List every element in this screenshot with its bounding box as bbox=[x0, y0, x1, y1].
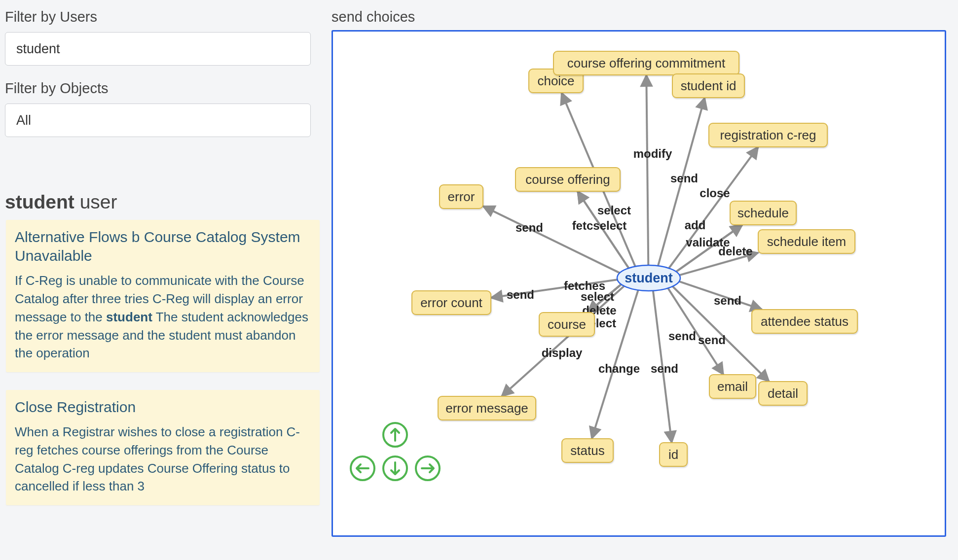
graph-edge-label: select bbox=[581, 290, 614, 303]
graph-edge-label: send bbox=[714, 294, 741, 307]
filter-objects-value: All bbox=[16, 113, 31, 128]
graph-edge-label: send bbox=[516, 221, 543, 234]
filter-users-select[interactable]: student bbox=[5, 32, 311, 66]
graph-node-label: error message bbox=[445, 401, 528, 416]
graph-center-label: student bbox=[625, 271, 673, 285]
graph-node-label: course offering bbox=[525, 172, 610, 187]
graph-title: send choices bbox=[332, 9, 954, 25]
graph-edge-label: send bbox=[651, 362, 678, 375]
graph-svg[interactable]: sendmodifysendcloseselectfetcselectsenda… bbox=[333, 32, 945, 535]
filter-objects-label: Filter by Objects bbox=[5, 80, 321, 97]
card-title: Alternative Flows b Course Catalog Syste… bbox=[15, 228, 311, 266]
graph-edge-label: delete bbox=[718, 245, 752, 258]
graph-node-label: schedule item bbox=[767, 234, 846, 249]
graph-node-label: status bbox=[570, 443, 604, 458]
filter-users-label: Filter by Users bbox=[5, 9, 321, 25]
use-case-card[interactable]: Close RegistrationWhen a Registrar wishe… bbox=[6, 390, 320, 505]
filter-users-value: student bbox=[16, 41, 60, 57]
graph-edge-label: send bbox=[668, 329, 696, 343]
graph-node-label: email bbox=[717, 379, 748, 394]
sidebar: Filter by Users student Filter by Object… bbox=[0, 0, 326, 560]
entity-name: student bbox=[5, 191, 74, 212]
graph-edge-label: close bbox=[700, 186, 730, 200]
graph-node-label: id bbox=[668, 447, 678, 462]
card-body: If C-Reg is unable to communicate with t… bbox=[15, 272, 311, 363]
graph-node-label: attendee status bbox=[761, 314, 848, 329]
graph-node-label: course offering commitment bbox=[567, 56, 726, 70]
graph-edge-label: send bbox=[507, 288, 534, 301]
graph-node-label: course bbox=[548, 317, 586, 332]
graph-node-label: registration c-reg bbox=[720, 128, 816, 142]
card-title: Close Registration bbox=[15, 398, 311, 417]
graph-edge-label: modify bbox=[633, 147, 672, 160]
graph-edge[interactable] bbox=[646, 75, 648, 265]
graph-edge-label: send bbox=[698, 333, 726, 347]
graph-node-label: schedule bbox=[737, 206, 789, 220]
graph-edge-label: add bbox=[685, 218, 706, 232]
use-case-card[interactable]: Alternative Flows b Course Catalog Syste… bbox=[6, 220, 320, 372]
nav-left-button[interactable] bbox=[351, 456, 374, 480]
main: send choices sendmodifysendcloseselectfe… bbox=[326, 0, 958, 560]
graph-node-label: student id bbox=[681, 78, 737, 93]
entity-suffix: user bbox=[80, 191, 117, 212]
graph-node-label: detail bbox=[768, 386, 798, 401]
graph-edge-label: fetcselect bbox=[572, 219, 627, 232]
graph-edge-label: send bbox=[670, 172, 698, 185]
nav-down-button[interactable] bbox=[383, 456, 407, 480]
graph-frame[interactable]: sendmodifysendcloseselectfetcselectsenda… bbox=[332, 30, 946, 537]
card-body: When a Registrar wishes to close a regis… bbox=[15, 423, 311, 496]
graph-node-label: error bbox=[448, 189, 475, 204]
entity-heading: student user bbox=[5, 191, 321, 213]
nav-up-button[interactable] bbox=[383, 423, 407, 447]
graph-node-label: error count bbox=[420, 295, 482, 310]
graph-node-label: choice bbox=[537, 73, 574, 88]
nav-right-button[interactable] bbox=[416, 456, 440, 480]
filter-objects-select[interactable]: All bbox=[5, 104, 311, 137]
graph-edge-label: change bbox=[598, 362, 640, 375]
graph-edge-label: select bbox=[597, 204, 631, 217]
graph-edge-label: display bbox=[542, 346, 583, 359]
